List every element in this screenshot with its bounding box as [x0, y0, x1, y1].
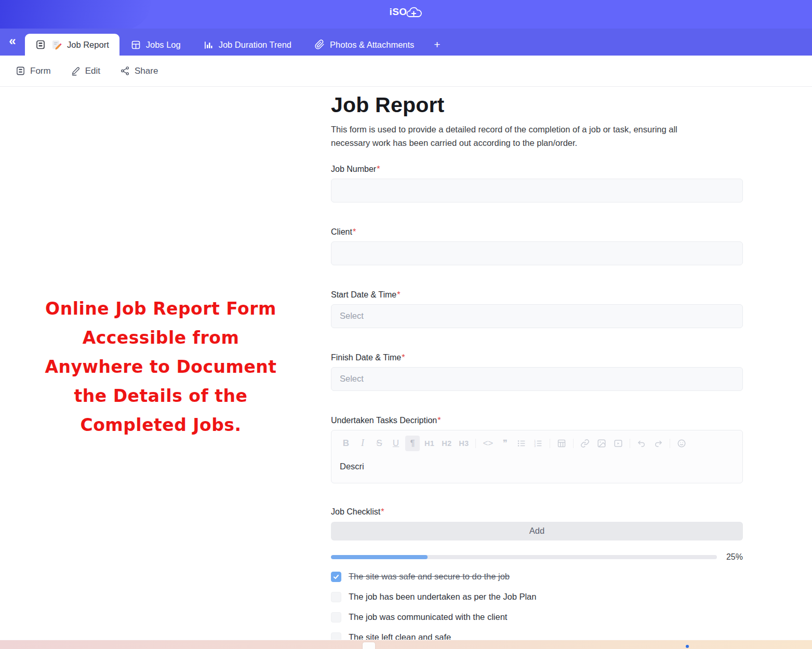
- form-description: This form is used to provide a detailed …: [331, 123, 715, 150]
- app-logo: iSO: [389, 4, 422, 20]
- start-datetime-select[interactable]: Select: [331, 304, 743, 328]
- annotation-line: Online Job Report Form: [37, 294, 284, 323]
- main-content: Online Job Report Form Accessible from A…: [0, 87, 812, 640]
- checkbox-checked[interactable]: [331, 572, 341, 582]
- bullet-list-icon[interactable]: [514, 436, 529, 451]
- finish-datetime-select[interactable]: Select: [331, 367, 743, 391]
- tab-bar: « Job Report Jobs L: [0, 29, 812, 56]
- field-finish-datetime: Finish Date & Time* Select: [331, 353, 743, 391]
- divider: [670, 439, 670, 448]
- code-button[interactable]: <>: [480, 436, 496, 451]
- checklist-item-label: The site left clean and safe: [349, 632, 451, 640]
- tab-job-report[interactable]: Job Report: [25, 34, 119, 56]
- progress-percent-label: 25%: [725, 552, 743, 562]
- required-marker: *: [437, 416, 441, 425]
- underline-button[interactable]: U: [389, 436, 403, 451]
- video-icon[interactable]: [611, 436, 625, 451]
- checklist-item: The site left clean and safe: [331, 632, 743, 640]
- checklist-progress-fill: [331, 555, 428, 559]
- required-marker: *: [377, 165, 380, 173]
- checklist-progress: 25%: [331, 552, 743, 562]
- annotation-text: Online Job Report Form Accessible from A…: [37, 294, 284, 440]
- required-marker: *: [353, 227, 356, 236]
- cloud-plus-icon: [405, 6, 423, 20]
- tab-jobs-log[interactable]: Jobs Log: [119, 34, 192, 56]
- annotation-line: Anywhere to Document: [37, 353, 284, 382]
- doc-pencil-icon: [51, 39, 62, 50]
- bold-button[interactable]: B: [339, 436, 353, 451]
- divider: [573, 439, 574, 448]
- strikethrough-button[interactable]: S: [372, 436, 387, 451]
- tab-photos-attachments[interactable]: Photos & Attachments: [303, 34, 425, 56]
- field-label: Job Checklist*: [331, 507, 743, 517]
- image-icon[interactable]: [594, 436, 609, 451]
- add-tab-button[interactable]: +: [425, 34, 448, 56]
- client-input[interactable]: [331, 241, 743, 265]
- view-toolbar: Form Edit Share: [0, 56, 812, 87]
- divider: [630, 439, 630, 448]
- app-header: iSO: [0, 0, 812, 29]
- checklist-item-label: The site was safe and secure to do the j…: [349, 572, 510, 582]
- checklist-item: The job was communicated with the client: [331, 612, 743, 623]
- form-icon: [35, 39, 46, 50]
- divider: [475, 439, 476, 448]
- table-icon: [131, 40, 141, 50]
- progress-track: [331, 555, 717, 559]
- h1-button[interactable]: H1: [422, 436, 437, 451]
- editor-toolbar: B I S U ¶ H1 H2 H3 <> ❞ 123: [331, 430, 742, 454]
- job-number-input[interactable]: [331, 179, 743, 202]
- field-label: Undertaken Tasks Decription*: [331, 416, 743, 425]
- field-start-datetime: Start Date & Time* Select: [331, 290, 743, 328]
- undo-icon[interactable]: [634, 436, 649, 451]
- checkbox-unchecked[interactable]: [331, 632, 341, 640]
- checklist-item: The job has been undertaken as per the J…: [331, 592, 743, 602]
- checklist-item-label: The job was communicated with the client: [349, 612, 507, 622]
- share-icon: [120, 66, 130, 76]
- form-title: Job Report: [331, 93, 743, 117]
- redo-icon[interactable]: [651, 436, 665, 451]
- checklist-add-button[interactable]: Add: [331, 522, 743, 540]
- paragraph-button[interactable]: ¶: [405, 436, 420, 451]
- background-icon-fragment: [686, 645, 689, 648]
- form-view-label: Form: [30, 66, 51, 76]
- italic-button[interactable]: I: [355, 436, 370, 451]
- field-label: Start Date & Time*: [331, 290, 743, 300]
- annotation-line: Accessible from: [37, 323, 284, 353]
- required-marker: *: [381, 507, 384, 516]
- h2-button[interactable]: H2: [439, 436, 454, 451]
- field-label: Finish Date & Time*: [331, 353, 743, 362]
- collapse-sidebar-button[interactable]: «: [0, 29, 25, 56]
- field-label: Client*: [331, 227, 743, 237]
- blockquote-button[interactable]: ❞: [498, 436, 512, 451]
- tasks-description-input[interactable]: Descri: [331, 454, 742, 483]
- edit-button[interactable]: Edit: [71, 66, 100, 76]
- form-icon: [16, 66, 25, 76]
- checkbox-unchecked[interactable]: [331, 612, 341, 623]
- h3-button[interactable]: H3: [456, 436, 471, 451]
- tab-job-duration-trend[interactable]: Job Duration Trend: [192, 34, 303, 56]
- paperclip-icon: [314, 39, 325, 50]
- bar-chart-icon: [204, 40, 214, 50]
- field-job-number: Job Number*: [331, 165, 743, 202]
- table-icon[interactable]: [554, 436, 569, 451]
- tab-label: Job Report: [67, 40, 109, 50]
- field-client: Client*: [331, 227, 743, 265]
- checkbox-unchecked[interactable]: [331, 592, 341, 602]
- tab-label: Jobs Log: [146, 40, 181, 50]
- tab-label: Job Duration Trend: [219, 40, 291, 50]
- field-tasks-description: Undertaken Tasks Decription* B I S U ¶ H…: [331, 416, 743, 483]
- pencil-icon: [71, 66, 81, 76]
- svg-text:3: 3: [534, 444, 536, 448]
- share-label: Share: [135, 66, 158, 76]
- ordered-list-icon[interactable]: 123: [531, 436, 545, 451]
- desktop-strip: [0, 640, 812, 649]
- required-marker: *: [402, 353, 405, 362]
- form-column: Job Report This form is used to provide …: [331, 87, 743, 640]
- share-button[interactable]: Share: [120, 66, 158, 76]
- emoji-icon[interactable]: [674, 436, 689, 451]
- background-window-fragment: [363, 642, 375, 649]
- edit-label: Edit: [85, 66, 100, 76]
- annotation-line: the Details of the: [37, 382, 284, 411]
- form-view-button[interactable]: Form: [16, 66, 51, 76]
- link-icon[interactable]: [578, 436, 592, 451]
